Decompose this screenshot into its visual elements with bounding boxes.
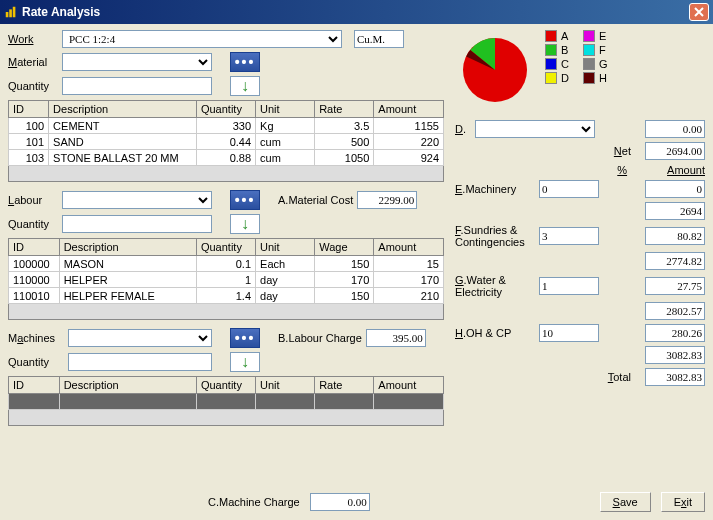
a-material-cost-value[interactable] [357,191,417,209]
col-id[interactable]: ID [9,101,49,118]
e-pct-input[interactable] [539,180,599,198]
net-label: Net [614,145,631,157]
arrow-down-icon: ↓ [241,77,249,95]
e-label: E.Machinery [455,183,535,195]
total-label: Total [608,371,631,383]
labour-lookup-button[interactable]: ••• [230,190,260,210]
col-qty[interactable]: Quantity [196,101,255,118]
work-label: Work [8,33,58,45]
close-button[interactable] [689,3,709,21]
labour-label: Labour [8,194,58,206]
sub2-value[interactable] [645,252,705,270]
material-scrollbar[interactable] [8,166,444,182]
material-label: Material [8,56,58,68]
sub1-value[interactable] [645,202,705,220]
machines-lookup-button[interactable]: ••• [230,328,260,348]
net-value[interactable] [645,142,705,160]
pct-header: % [617,164,627,176]
exit-button[interactable]: Exit [661,492,705,512]
table-row[interactable]: 110010HELPER FEMALE1.4day150210 [9,288,444,304]
chart-legend: ABCD EFGH [545,30,608,110]
labour-select[interactable] [62,191,212,209]
labour-scrollbar[interactable] [8,304,444,320]
e-amt[interactable] [645,180,705,198]
legend-item: A [545,30,569,42]
svg-rect-2 [13,7,16,18]
material-add-button[interactable]: ↓ [230,76,260,96]
labour-add-button[interactable]: ↓ [230,214,260,234]
material-qty-input[interactable] [62,77,212,95]
labour-qty-input[interactable] [62,215,212,233]
save-button[interactable]: Save [600,492,651,512]
labour-table[interactable]: ID Description Quantity Unit Wage Amount… [8,238,444,304]
labour-qty-label: Quantity [8,218,58,230]
f-label: F.Sundries & Contingencies [455,224,535,248]
f-pct-input[interactable] [539,227,599,245]
legend-item: C [545,58,569,70]
material-select[interactable] [62,53,212,71]
machines-table[interactable]: ID Description Quantity Unit Rate Amount [8,376,444,410]
sub3-value[interactable] [645,302,705,320]
a-material-cost-label: A.Material Cost [278,194,353,206]
material-lookup-button[interactable]: ••• [230,52,260,72]
legend-item: F [583,44,608,56]
h-pct-input[interactable] [539,324,599,342]
titlebar: Rate Analysis [0,0,713,24]
app-icon [4,5,18,19]
close-icon [694,7,704,17]
machines-qty-label: Quantity [8,356,64,368]
h-label: H.OH & CP [455,327,535,339]
c-machine-charge-label: C.Machine Charge [208,496,300,508]
machines-label: Machines [8,332,64,344]
total-value[interactable] [645,368,705,386]
col-unit[interactable]: Unit [256,101,315,118]
table-row[interactable]: 103STONE BALLAST 20 MM0.88cum1050924 [9,150,444,166]
table-row[interactable]: 100CEMENT330Kg3.51155 [9,118,444,134]
table-row[interactable]: 101SAND0.44cum500220 [9,134,444,150]
col-amt[interactable]: Amount [374,101,444,118]
material-qty-label: Quantity [8,80,58,92]
legend-item: B [545,44,569,56]
amt-header: Amount [667,164,705,176]
sub4-value[interactable] [645,346,705,364]
arrow-down-icon: ↓ [241,215,249,233]
pie-chart [455,30,535,110]
table-row[interactable]: 100000MASON0.1Each15015 [9,256,444,272]
legend-item: H [583,72,608,84]
work-unit-input[interactable] [354,30,404,48]
legend-item: E [583,30,608,42]
c-machine-charge-value[interactable] [310,493,370,511]
g-label: G.Water & Electricity [455,274,535,298]
col-desc[interactable]: Description [49,101,197,118]
machines-qty-input[interactable] [68,353,212,371]
b-labour-charge-value[interactable] [366,329,426,347]
material-table[interactable]: ID Description Quantity Unit Rate Amount… [8,100,444,166]
d-select[interactable] [475,120,595,138]
h-amt[interactable] [645,324,705,342]
col-rate[interactable]: Rate [315,101,374,118]
legend-item: G [583,58,608,70]
svg-rect-1 [9,9,12,17]
f-amt[interactable] [645,227,705,245]
machines-scrollbar[interactable] [8,410,444,426]
svg-rect-0 [6,12,9,17]
machines-select[interactable] [68,329,212,347]
table-row[interactable] [9,394,444,410]
b-labour-charge-label: B.Labour Charge [278,332,362,344]
arrow-down-icon: ↓ [241,353,249,371]
d-value[interactable] [645,120,705,138]
table-row[interactable]: 110000HELPER1day170170 [9,272,444,288]
legend-item: D [545,72,569,84]
d-label: D. [455,123,471,135]
g-amt[interactable] [645,277,705,295]
g-pct-input[interactable] [539,277,599,295]
window-title: Rate Analysis [22,5,100,19]
machines-add-button[interactable]: ↓ [230,352,260,372]
work-select[interactable]: PCC 1:2:4 [62,30,342,48]
